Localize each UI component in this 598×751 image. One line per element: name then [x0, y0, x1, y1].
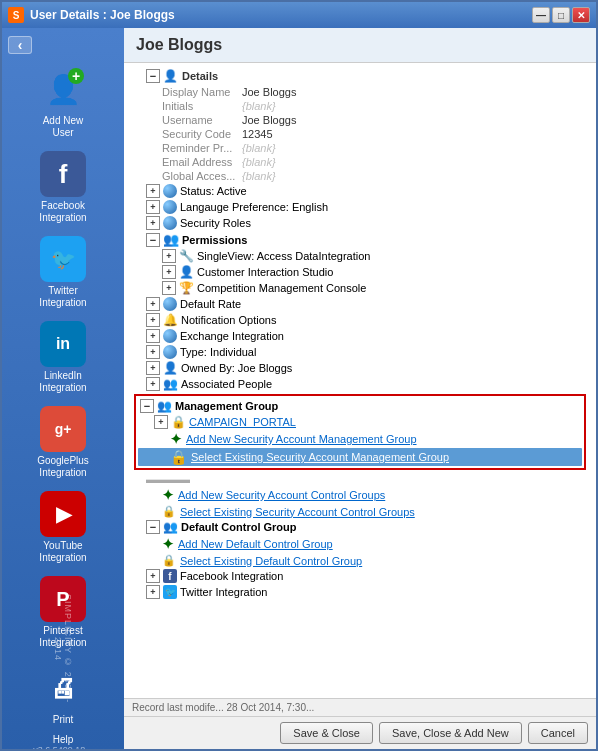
facebook-icon-sm: f — [163, 569, 177, 583]
singleview-label: SingleView: Access DataIntegration — [197, 250, 370, 262]
sidebar-label-print: Print — [53, 714, 74, 726]
default-control-collapse[interactable]: − — [146, 520, 160, 534]
select-control-groups-link[interactable]: Select Existing Security Account Control… — [180, 506, 415, 518]
save-close-add-button[interactable]: Save, Close & Add New — [379, 722, 522, 744]
permissions-collapse[interactable]: − — [146, 233, 160, 247]
singleview-row: + 🔧 SingleView: Access DataIntegration — [130, 248, 590, 264]
sidebar-label-add-user: Add NewUser — [43, 115, 84, 139]
permissions-label: Permissions — [182, 234, 247, 246]
version-label: v3.6.5409.18... — [33, 745, 93, 749]
initials-label: Initials — [162, 100, 242, 112]
default-rate-row: + Default Rate — [130, 296, 590, 312]
display-name-label: Display Name — [162, 86, 242, 98]
youtube-icon: ▶ — [40, 491, 86, 537]
help-label[interactable]: Help — [33, 734, 93, 745]
sidebar-item-facebook[interactable]: f FacebookIntegration — [13, 147, 113, 228]
management-group-row: − 👥 Management Group — [138, 398, 582, 414]
sidebar-item-twitter[interactable]: 🐦 TwitterIntegration — [13, 232, 113, 313]
minimize-button[interactable]: — — [532, 7, 550, 23]
type-label: Type: Individual — [180, 346, 256, 358]
campaign-portal-row: + 🔒 CAMPAIGN_PORTAL — [138, 414, 582, 430]
status-label: Status: Active — [180, 185, 247, 197]
globe-icon-rate — [163, 297, 177, 311]
security-roles-expand[interactable]: + — [146, 216, 160, 230]
competition-label: Competition Management Console — [197, 282, 366, 294]
facebook-integration-label: Facebook Integration — [180, 570, 283, 582]
customer-interaction-expand[interactable]: + — [162, 265, 176, 279]
sidebar-item-googleplus[interactable]: g+ GooglePlusIntegration — [13, 402, 113, 483]
competition-expand[interactable]: + — [162, 281, 176, 295]
default-rate-label: Default Rate — [180, 298, 241, 310]
window-controls: — □ ✕ — [532, 7, 590, 23]
exchange-expand[interactable]: + — [146, 329, 160, 343]
associated-expand[interactable]: + — [146, 377, 160, 391]
language-label: Langauge Preference: English — [180, 201, 328, 213]
twitter-icon-sm: 🐦 — [163, 585, 177, 599]
main-content: ‹ 👤 + Add NewUser f FacebookIntegration … — [2, 28, 596, 749]
sidebar-label-facebook: FacebookIntegration — [39, 200, 86, 224]
title-bar-left: S User Details : Joe Bloggs — [8, 7, 175, 23]
sidebar: ‹ 👤 + Add NewUser f FacebookIntegration … — [2, 28, 124, 749]
print-icon: 🖨 — [40, 665, 86, 711]
security-code-row: Security Code 12345 — [130, 127, 590, 141]
sidebar-item-linkedin[interactable]: in LinkedInIntegration — [13, 317, 113, 398]
globe-icon-type — [163, 345, 177, 359]
window-title: User Details : Joe Bloggs — [30, 8, 175, 22]
campaign-portal-link[interactable]: CAMPAIGN_PORTAL — [189, 416, 296, 428]
security-code-value: 12345 — [242, 128, 273, 140]
back-button[interactable]: ‹ — [8, 36, 32, 54]
customer-interaction-row: + 👤 Customer Interaction Studio — [130, 264, 590, 280]
sidebar-item-add-new-user[interactable]: 👤 + Add NewUser — [13, 62, 113, 143]
cancel-button[interactable]: Cancel — [528, 722, 588, 744]
save-close-button[interactable]: Save & Close — [280, 722, 373, 744]
details-collapse[interactable]: − — [146, 69, 160, 83]
twitter-integration-label: Twitter Integration — [180, 586, 267, 598]
scroll-area[interactable]: − 👤 Details Display Name Joe Bloggs Init… — [124, 63, 596, 698]
notification-expand[interactable]: + — [146, 313, 160, 327]
competition-row: + 🏆 Competition Management Console — [130, 280, 590, 296]
associated-people-label: Associated People — [181, 378, 272, 390]
add-default-control-link[interactable]: Add New Default Control Group — [178, 538, 333, 550]
reminder-value: {blank} — [242, 142, 276, 154]
select-security-account-row[interactable]: 🔒 Select Existing Security Account Manag… — [138, 448, 582, 466]
email-value: {blank} — [242, 156, 276, 168]
management-group-highlight: − 👥 Management Group + 🔒 CAMPAIGN_PORTAL… — [134, 394, 586, 470]
notification-label: Notification Options — [181, 314, 276, 326]
security-roles-row: + Security Roles — [130, 215, 590, 231]
globe-icon-status — [163, 184, 177, 198]
owned-by-row: + 👤 Owned By: Joe Bloggs — [130, 360, 590, 376]
owned-by-expand[interactable]: + — [146, 361, 160, 375]
add-security-account-row: ✦ Add New Security Account Management Gr… — [138, 430, 582, 448]
add-control-groups-link[interactable]: Add New Security Account Control Groups — [178, 489, 385, 501]
twitter-icon: 🐦 — [40, 236, 86, 282]
campaign-portal-expand[interactable]: + — [154, 415, 168, 429]
default-rate-expand[interactable]: + — [146, 297, 160, 311]
singleview-expand[interactable]: + — [162, 249, 176, 263]
twitter-integration-expand[interactable]: + — [146, 585, 160, 599]
close-button[interactable]: ✕ — [572, 7, 590, 23]
content-header: Joe Bloggs — [124, 28, 596, 63]
permissions-row: − 👥 Permissions — [130, 231, 590, 248]
default-control-group-label: Default Control Group — [181, 521, 297, 533]
associated-people-row: + 👥 Associated People — [130, 376, 590, 392]
select-default-control-link[interactable]: Select Existing Default Control Group — [180, 555, 362, 567]
exchange-label: Exchange Integration — [180, 330, 284, 342]
select-default-control-row: 🔒 Select Existing Default Control Group — [130, 553, 590, 568]
add-security-account-link[interactable]: Add New Security Account Management Grou… — [186, 433, 417, 445]
global-access-label: Global Acces... — [162, 170, 242, 182]
initials-row: Initials {blank} — [130, 99, 590, 113]
permissions-icon: 👥 — [163, 232, 179, 247]
sidebar-item-youtube[interactable]: ▶ YouTubeIntegration — [13, 487, 113, 568]
select-security-account-link[interactable]: Select Existing Security Account Managem… — [191, 451, 449, 463]
maximize-button[interactable]: □ — [552, 7, 570, 23]
twitter-integration-row: + 🐦 Twitter Integration — [130, 584, 590, 600]
select-control-groups-row: 🔒 Select Existing Security Account Contr… — [130, 504, 590, 519]
type-row: + Type: Individual — [130, 344, 590, 360]
language-expand[interactable]: + — [146, 200, 160, 214]
add-user-icon: 👤 + — [40, 66, 86, 112]
status-expand[interactable]: + — [146, 184, 160, 198]
initials-value: {blank} — [242, 100, 276, 112]
facebook-integration-expand[interactable]: + — [146, 569, 160, 583]
type-expand[interactable]: + — [146, 345, 160, 359]
management-group-collapse[interactable]: − — [140, 399, 154, 413]
